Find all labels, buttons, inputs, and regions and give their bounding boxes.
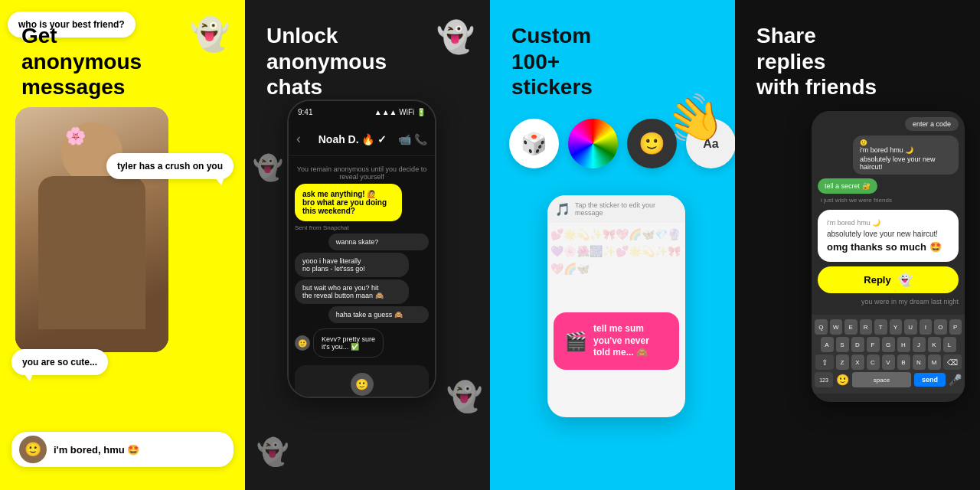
back-button[interactable]: ‹ xyxy=(296,131,301,147)
sticker-card-text: tell me sum you've never told me... 🙈 xyxy=(593,323,668,359)
key-u[interactable]: U xyxy=(904,319,917,335)
mic-key[interactable]: 🎤 xyxy=(949,374,962,386)
key-w[interactable]: W xyxy=(830,319,843,335)
phone-reply-mockup: enter a code 🙂 i'm bored hmu 🌙 absolutel… xyxy=(812,111,965,402)
panel1-anonymous: anonymous xyxy=(21,50,142,74)
key-space[interactable]: space xyxy=(852,372,911,387)
bubble-cute: you are so cute... xyxy=(11,349,108,375)
key-shift[interactable]: ⇧ xyxy=(815,354,834,370)
msg-bored-right: 🙂 i'm bored hmu 🌙 absolutely love your n… xyxy=(853,136,959,175)
key-j[interactable]: J xyxy=(913,337,926,352)
key-f[interactable]: F xyxy=(867,337,880,352)
panel-anonymous-chats: Unlock anonymous chats 👻 👻 👻 👻 9:41 ▲▲▲ … xyxy=(245,0,490,490)
key-a[interactable]: A xyxy=(821,337,834,352)
emoji-key[interactable]: 🙂 xyxy=(836,374,849,386)
key-p[interactable]: P xyxy=(949,319,962,335)
reply-box-label: i'm bored hmu 🌙 xyxy=(827,219,949,227)
key-backspace[interactable]: ⌫ xyxy=(943,354,962,370)
keyboard-row-2: A S D F G H J K L xyxy=(815,337,962,352)
key-z[interactable]: Z xyxy=(836,354,849,370)
reply-thanks-text: omg thanks so much 🤩 xyxy=(827,241,949,253)
label-bored-text: i'm bored hmu 🌙 xyxy=(827,219,880,227)
key-t[interactable]: T xyxy=(874,319,887,335)
sticker-main-card: 🎬 tell me sum you've never told me... 🙈 xyxy=(554,312,679,370)
phone-chat-mockup: 9:41 ▲▲▲ WiFi 🔋 ‹ Noah D. 🔥 ✓ 📹 📞 You re… xyxy=(287,100,436,398)
system-message: You remain anonymous until you decide to… xyxy=(295,165,429,181)
msg-kevv-row: 🙂 Kevv? pretty sureit's you... ✅ xyxy=(295,325,429,361)
reply-love-text: absolutely love your new haircut! xyxy=(827,230,949,238)
msg-ask-text: ask me anything! 🙋bro what are you doing… xyxy=(302,190,387,215)
panel2-unlock: Unlock xyxy=(266,24,338,47)
bubble-bored-text: i'm bored, hmu 🤩 xyxy=(54,444,139,456)
sticker-character-emoji: 🎬 xyxy=(564,331,587,352)
key-n[interactable]: N xyxy=(913,354,926,370)
panel-anonymous-messages: Get anonymous messages 👻 🌸 who is your b… xyxy=(0,0,245,490)
panel4-share: Share xyxy=(756,24,816,47)
key-q[interactable]: Q xyxy=(815,319,828,335)
key-g[interactable]: G xyxy=(882,337,895,352)
reveal-card: 🙂 You revealed yourself Continue to chat… xyxy=(295,365,429,398)
ghost-icon-5: 👻 xyxy=(256,436,289,467)
thread-msg-2: tell a secret 🔐 xyxy=(818,178,959,194)
msg-plans: yooo i have literallyno plans - let'sss … xyxy=(295,253,409,277)
key-x[interactable]: X xyxy=(851,354,864,370)
phone-sticker-mockup: 🎵 Tap the sticker to edit your message 💕… xyxy=(547,195,685,417)
chat-action-icons: 📹 📞 xyxy=(398,133,427,145)
ghost-icon-2: 👻 xyxy=(436,19,475,55)
key-k[interactable]: K xyxy=(928,337,941,352)
reply-chat-area: enter a code 🙂 i'm bored hmu 🌙 absolutel… xyxy=(812,111,965,315)
key-e[interactable]: E xyxy=(844,319,858,335)
panel-share-replies: Share replies with friends enter a code … xyxy=(735,0,980,490)
sent-from-label: Sent from Snapchat xyxy=(295,224,429,231)
sticker-canvas: 💕🌟💫✨🎀💖🌈🦋💎🔮💜🌸🌺🎆✨💕🌟💫✨🎀💖🌈🦋 🎬 tell me sum yo… xyxy=(547,223,685,376)
snapchat-ghost-icon: 👻 xyxy=(897,273,913,287)
msg-wish: i just wish we were friends xyxy=(818,197,959,204)
key-d[interactable]: D xyxy=(851,337,864,352)
key-r[interactable]: R xyxy=(860,319,873,335)
bubble-crush-text: tyler has a crush on you xyxy=(117,161,223,172)
bubble-bored: 🙂 i'm bored, hmu 🤩 xyxy=(11,432,234,467)
panel1-messages: messages xyxy=(21,75,125,99)
sticker-btn-color[interactable] xyxy=(568,119,618,168)
panel-stickers: Custom 100+ stickers 🎲 🙂 Aa 👋 🎵 Tap the … xyxy=(490,0,735,490)
msg-love-text: absolutely love your new haircut! xyxy=(860,155,952,171)
msg-kevv: Kevv? pretty sureit's you... ✅ xyxy=(313,328,384,358)
person-photo xyxy=(15,107,168,352)
sticker-tap-hint: Tap the sticker to edit your message xyxy=(575,201,678,217)
panel3-stickers: stickers xyxy=(511,75,593,99)
key-y[interactable]: Y xyxy=(890,319,903,335)
sticker-btn-dice[interactable]: 🎲 xyxy=(509,119,559,168)
panel4-friends: with friends xyxy=(756,75,877,99)
panel4-headline: Share replies with friends xyxy=(756,23,877,100)
key-b[interactable]: B xyxy=(897,354,910,370)
msg-label: 🙂 xyxy=(860,139,952,146)
status-bar: 9:41 ▲▲▲ WiFi 🔋 xyxy=(289,101,435,122)
flower-icon: 🌸 xyxy=(65,126,86,146)
key-i[interactable]: I xyxy=(920,319,933,335)
key-send[interactable]: send xyxy=(914,373,946,387)
key-s[interactable]: S xyxy=(836,337,849,352)
key-123[interactable]: 123 xyxy=(815,372,833,387)
sticker-phone-top: 🎵 Tap the sticker to edit your message xyxy=(547,195,685,223)
avatar-small: 🙂 xyxy=(295,335,310,351)
enter-code-area: enter a code xyxy=(818,117,959,131)
avatar-bitmoji: 🙂 xyxy=(19,436,47,463)
bg-emoji-scatter: 💕🌟💫✨🎀💖🌈🦋💎🔮💜🌸🌺🎆✨💕🌟💫✨🎀💖🌈🦋 xyxy=(547,223,685,280)
thread-msg-1: 🙂 i'm bored hmu 🌙 absolutely love your n… xyxy=(818,136,959,175)
chat-contact-name: Noah D. 🔥 ✓ xyxy=(307,133,398,145)
key-v[interactable]: V xyxy=(882,354,895,370)
panel1-headline: Get anonymous messages xyxy=(21,23,142,100)
chat-body: You remain anonymous until you decide to… xyxy=(289,156,435,398)
msg-secret: tell a secret 🔐 xyxy=(818,178,877,194)
keyboard-row-1: Q W E R T Y U I O P xyxy=(815,319,962,335)
panel2-headline: Unlock anonymous chats xyxy=(266,23,387,100)
enter-code-button[interactable]: enter a code xyxy=(905,117,959,131)
msg-bored-text: i'm bored hmu 🌙 xyxy=(860,146,952,154)
key-o[interactable]: O xyxy=(934,319,947,335)
key-c[interactable]: C xyxy=(867,354,880,370)
reply-button[interactable]: Reply 👻 xyxy=(818,266,959,293)
msg-skate: wanna skate? xyxy=(328,234,429,250)
key-l[interactable]: L xyxy=(943,337,956,352)
key-h[interactable]: H xyxy=(897,337,910,352)
key-m[interactable]: M xyxy=(928,354,941,370)
